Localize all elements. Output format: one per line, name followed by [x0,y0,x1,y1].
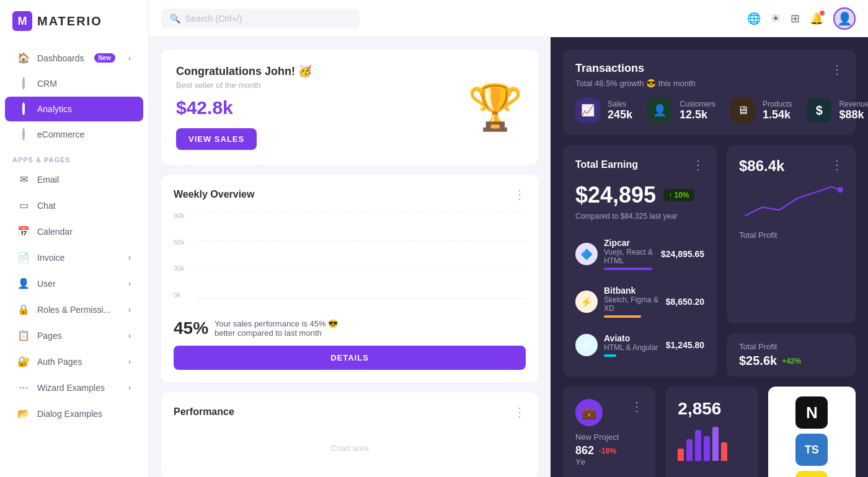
profit-amount: $86.4k [739,157,784,175]
chart-summary: 45% Your sales performance is 45% 😎 bett… [174,318,526,338]
congrats-amount: $42.8k [176,97,312,118]
y-label-90k: 90k [174,212,185,219]
theme-icon[interactable]: ☀ [771,12,781,25]
products-icon: 🖥 [730,98,755,123]
sidebar-item-label: Roles & Permissi... [37,305,110,315]
sidebar-item-pages[interactable]: 📋 Pages › [5,323,143,348]
sidebar-item-calendar[interactable]: 📅 Calendar [5,219,143,244]
main-content: 🔍 Search (Ctrl+/) 🌐 ☀ ⊞ 🔔 👤 C [149,0,868,477]
profit-menu-button[interactable]: ⋮ [831,157,843,172]
sales-label: Sales [608,100,632,108]
transactions-stats: 📈 Sales 245k 👤 Customers 12.5k [575,98,843,123]
sidebar-item-analytics[interactable]: Analytics [5,97,143,121]
profit-line-chart [739,180,843,223]
sidebar-item-label: Email [37,175,59,185]
sidebar-item-email[interactable]: ✉ Email [5,167,143,192]
chart-text: Your sales performance is 45% 😎 better c… [215,319,351,338]
transactions-title: Transactions [575,62,696,75]
sales-icon: 📈 [575,98,600,123]
sidebar-item-ecommerce[interactable]: eCommerce [5,122,143,147]
performance-card: Performance ⋮ Chart area [161,392,538,477]
details-button[interactable]: DETAILS [174,346,526,370]
tech-logos: N TS JS 🎨 [778,396,846,477]
weekly-profit-label: Total Profit [739,342,843,351]
weekly-menu-button[interactable]: ⋮ [513,187,526,202]
chevron-icon: › [128,279,131,288]
aviato-icon: ⚙ [575,334,598,356]
chevron-icon: › [128,331,131,340]
revenue-label: Revenue [839,100,868,108]
stat-sales: 📈 Sales 245k [575,98,632,123]
counter-card: 2,856 [665,387,758,477]
stat-products: 🖥 Products 1.54k [730,98,792,123]
logo-text: MATERIO [37,14,102,28]
mini-bar-chart [678,424,745,461]
chevron-icon: › [128,357,131,366]
sidebar-item-label: Wizard Examples [37,383,105,393]
y-label-60k: 60k [174,239,185,246]
performance-header: Performance ⋮ [174,405,526,419]
customers-icon: 👤 [647,98,672,123]
npc-sub: Yе [575,457,643,466]
sidebar-item-dashboards[interactable]: 🏠 Dashboards New › [5,45,143,71]
bitbank-icon: ⚡ [575,291,598,313]
avatar[interactable]: 👤 [833,7,856,30]
analytics-icon [17,103,30,115]
zipcar-icon: 🔷 [575,243,598,265]
search-bar[interactable]: 🔍 Search (Ctrl+/) [161,9,360,28]
congrats-title: Congratulations John! 🥳 [176,64,312,78]
sidebar-item-invoice[interactable]: 📄 Invoice › [5,245,143,270]
performance-menu-button[interactable]: ⋮ [513,405,526,419]
bitbank-name: Bitbank [604,286,666,295]
sidebar-item-auth[interactable]: 🔐 Auth Pages › [5,349,143,374]
transactions-menu-button[interactable]: ⋮ [831,62,843,77]
npc-menu-button[interactable]: ⋮ [631,399,643,414]
view-sales-button[interactable]: VIEW SALES [176,128,257,150]
apps-icon[interactable]: ⊞ [790,12,800,25]
ecommerce-icon [17,129,30,140]
sidebar-item-label: Pages [37,331,62,341]
counter-value: 2,856 [678,399,745,419]
profit-label: Total Profit [739,230,843,240]
y-label-30k: 30k [174,265,185,272]
revenue-icon: $ [807,98,831,123]
congrats-content: Congratulations John! 🥳 Best seller of t… [176,64,312,150]
sidebar: M MATERIO 🏠 Dashboards New › CRM Analyti… [0,0,149,477]
stat-customers: 👤 Customers 12.5k [647,98,715,123]
earning-menu-button[interactable]: ⋮ [692,157,704,172]
chart-percent: 45% [174,318,208,338]
notification-icon[interactable]: 🔔 [810,12,823,25]
sidebar-item-chat[interactable]: ▭ Chat [5,193,143,218]
pages-icon: 📋 [17,330,30,341]
search-icon: 🔍 [170,14,180,24]
transactions-card: Transactions Total 48.5% growth 😎 this m… [563,50,856,135]
earning-amount-row: $24,895 ↑ 10% [575,182,704,208]
tech-logos-card: N TS JS 🎨 [768,387,856,477]
earning-row: Total Earning ⋮ $24,895 ↑ 10% Compared t… [563,145,856,377]
aviato-progress [604,354,616,357]
congrats-card: Congratulations John! 🥳 Best seller of t… [161,50,538,165]
earning-item-zipcar: 🔷 Zipcar Vuejs, React & HTML $24,895.65 [575,230,704,278]
npc-header: 💼 ⋮ [575,399,643,426]
calendar-icon: 📅 [17,225,30,237]
npc-label: New Project [575,432,643,442]
sidebar-item-dialog[interactable]: 📂 Dialog Examples [5,401,143,426]
sidebar-item-roles[interactable]: 🔒 Roles & Permissi... › [5,297,143,322]
sidebar-item-user[interactable]: 👤 User › [5,271,143,296]
roles-icon: 🔒 [17,304,30,315]
weekly-overview-card: Weekly Overview ⋮ 90k 60k 30k 0k [161,175,538,382]
mini-bar-1 [678,449,684,461]
sidebar-item-crm[interactable]: CRM [5,71,143,96]
performance-placeholder: Chart area [174,429,526,466]
sidebar-item-wizard[interactable]: ⋯ Wizard Examples › [5,375,143,400]
products-label: Products [763,100,792,108]
sidebar-item-label: User [37,279,56,289]
aviato-amount: $1,245.80 [666,340,704,350]
mini-bar-4 [704,436,710,461]
weekly-header: Weekly Overview ⋮ [174,187,526,202]
npc-icon: 💼 [575,399,603,426]
stat-revenue: $ Revenue $88k [807,98,868,123]
chevron-icon: › [128,54,131,63]
translate-icon[interactable]: 🌐 [747,12,761,25]
aviato-tech: HTML & Angular [604,343,666,352]
